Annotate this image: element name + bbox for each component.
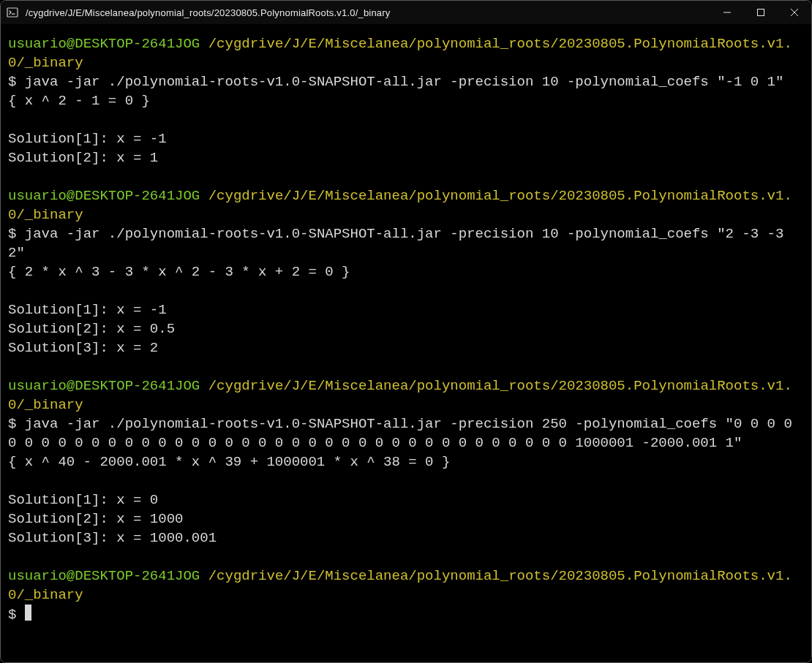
prompt-at: @ <box>67 378 75 394</box>
prompt-symbol: $ <box>8 74 25 90</box>
prompt-user: usuario <box>8 568 67 584</box>
prompt-user: usuario <box>8 36 67 52</box>
svg-rect-3 <box>758 10 764 16</box>
prompt-symbol: $ <box>8 416 25 432</box>
terminal-viewport: usuario@DESKTOP-2641JOG /cygdrive/J/E/Mi… <box>1 24 811 662</box>
minimize-button[interactable] <box>710 1 744 24</box>
prompt-at: @ <box>67 36 75 52</box>
close-button[interactable] <box>778 1 811 24</box>
prompt-host: DESKTOP-2641JOG <box>75 36 200 52</box>
prompt-host: DESKTOP-2641JOG <box>75 568 200 584</box>
command-output: { x ^ 2 - 1 = 0 } Solution[1]: x = -1 So… <box>8 93 167 166</box>
command-output: { 2 * x ^ 3 - 3 * x ^ 2 - 3 * x + 2 = 0 … <box>8 264 350 356</box>
maximize-button[interactable] <box>744 1 778 24</box>
prompt-at: @ <box>67 568 75 584</box>
terminal[interactable]: usuario@DESKTOP-2641JOG /cygdrive/J/E/Mi… <box>1 24 811 662</box>
app-window: /cygdrive/J/E/Miscelanea/polynomial_root… <box>0 0 812 663</box>
prompt-symbol: $ <box>8 607 25 623</box>
prompt-user: usuario <box>8 188 67 204</box>
window-controls <box>710 1 811 24</box>
text-cursor <box>25 605 31 621</box>
command-text: java -jar ./polynomial-roots-v1.0-SNAPSH… <box>25 74 784 90</box>
prompt-at: @ <box>67 188 75 204</box>
command-text: java -jar ./polynomial-roots-v1.0-SNAPSH… <box>8 416 800 451</box>
prompt-host: DESKTOP-2641JOG <box>75 188 200 204</box>
svg-rect-0 <box>7 8 18 17</box>
prompt-host: DESKTOP-2641JOG <box>75 378 200 394</box>
titlebar[interactable]: /cygdrive/J/E/Miscelanea/polynomial_root… <box>1 1 811 24</box>
command-text: java -jar ./polynomial-roots-v1.0-SNAPSH… <box>8 226 792 261</box>
prompt-user: usuario <box>8 378 67 394</box>
terminal-icon <box>1 7 24 18</box>
window-title: /cygdrive/J/E/Miscelanea/polynomial_root… <box>24 7 710 18</box>
command-output: { x ^ 40 - 2000.001 * x ^ 39 + 1000001 *… <box>8 454 450 546</box>
prompt-symbol: $ <box>8 226 25 242</box>
